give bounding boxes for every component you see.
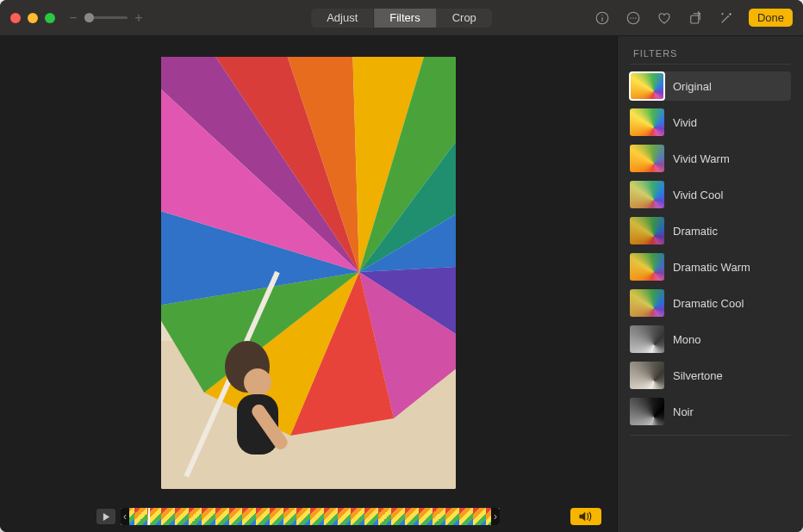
timeline-frame [324,508,338,525]
filter-thumbnail-vivid-cool [630,181,664,208]
audio-button[interactable] [570,508,601,525]
filter-item-vivid-cool[interactable]: Vivid Cool [630,180,791,209]
zoom-controls: − + [67,11,145,25]
segment-adjust[interactable]: Adjust [311,9,373,28]
filter-item-dramatic-warm[interactable]: Dramatic Warm [630,252,791,281]
filter-thumbnail-vivid [630,108,664,136]
filters-panel-title: FILTERS [633,48,791,59]
filter-label: Noir [673,405,694,418]
video-timeline: ‹› [0,508,617,532]
favorite-icon[interactable] [656,9,673,27]
svg-point-2 [601,15,602,15]
filter-label: Dramatic Cool [673,297,744,310]
timeline-frame [215,508,229,525]
canvas-area: ‹› [0,36,617,532]
filter-item-dramatic-cool[interactable]: Dramatic Cool [630,288,791,318]
panel-separator [630,64,791,65]
filter-thumbnail-dramatic-cool [630,289,664,317]
timeline-frame [189,508,202,525]
timeline-frame [202,508,215,525]
timeline-frame [459,508,473,525]
trim-handle-right[interactable]: › [491,508,500,525]
filters-panel: FILTERS OriginalVividVivid WarmVivid Coo… [617,36,803,532]
filter-item-original[interactable]: Original [630,71,791,101]
rotate-icon[interactable] [687,9,704,27]
filter-label: Silvertone [673,369,723,382]
info-icon[interactable] [594,9,611,27]
filter-item-vivid-warm[interactable]: Vivid Warm [630,144,791,173]
filter-item-vivid[interactable]: Vivid [630,108,791,137]
filter-item-mono[interactable]: Mono [630,325,791,354]
timeline-frame [378,508,392,525]
fullscreen-window-button[interactable] [45,13,55,23]
timeline-frame [391,508,405,525]
segment-filters[interactable]: Filters [373,9,435,28]
filter-label: Vivid Cool [673,189,723,201]
svg-point-6 [635,17,637,19]
canvas-stage [0,36,617,508]
play-button[interactable] [96,509,115,524]
window-controls [10,13,55,23]
close-window-button[interactable] [10,13,21,23]
timeline-frame [229,508,243,525]
zoom-in-button[interactable]: + [133,11,145,25]
filter-list: OriginalVividVivid WarmVivid CoolDramati… [630,71,791,426]
filter-label: Vivid Warm [673,152,730,165]
auto-enhance-icon[interactable] [718,9,735,27]
timeline-frame [338,508,352,525]
app-window: − + Adjust Filters Crop Do [0,0,803,532]
timeline-frame [283,508,297,525]
timeline-frame [405,508,419,525]
content-area: ‹› FILTERS OriginalVividVivid WarmVivid … [0,36,803,532]
timeline-scrubber[interactable]: ‹› [121,508,500,525]
filter-thumbnail-dramatic [630,217,664,244]
filter-item-dramatic[interactable]: Dramatic [630,216,791,245]
timeline-frame [445,508,459,525]
timeline-frame [310,508,324,525]
timeline-frame [256,508,270,525]
filter-thumbnail-silvertone [630,362,664,389]
filter-label: Dramatic Warm [673,261,750,274]
timeline-frame [473,508,487,525]
done-button[interactable]: Done [749,9,793,27]
timeline-frame [296,508,310,525]
svg-point-13 [244,368,271,396]
timeline-frame [134,508,148,525]
filter-thumbnail-mono [630,325,664,353]
svg-rect-7 [691,15,699,23]
timeline-frame [351,508,364,525]
toolbar-right: Done [594,9,793,27]
filter-thumbnail-noir [630,398,664,425]
timeline-frame [364,508,378,525]
zoom-out-button[interactable]: − [67,11,79,25]
trim-handle-left[interactable]: ‹ [121,508,129,525]
filter-label: Vivid [673,116,697,129]
timeline-frame [270,508,283,525]
filter-label: Dramatic [673,225,718,238]
timeline-frame [419,508,433,525]
main-photo-preview [161,57,456,489]
filter-thumbnail-vivid-warm [630,145,664,172]
zoom-slider[interactable] [84,16,128,19]
umbrella-illustration-icon [161,57,456,489]
timeline-frame [161,508,175,525]
filter-thumbnail-dramatic-warm [630,253,664,281]
svg-point-4 [630,17,632,19]
titlebar: − + Adjust Filters Crop Do [0,0,803,36]
timeline-frame [433,508,446,525]
filter-item-silvertone[interactable]: Silvertone [630,361,791,390]
segment-crop[interactable]: Crop [436,9,492,28]
timeline-frame [175,508,189,525]
filter-label: Original [673,80,712,93]
svg-point-5 [632,17,634,19]
edit-mode-segmented-control: Adjust Filters Crop [311,9,492,28]
panel-separator [630,435,791,436]
filter-item-noir[interactable]: Noir [630,397,791,426]
filter-thumbnail-original [630,72,664,100]
timeline-frame [242,508,256,525]
filter-label: Mono [673,333,701,346]
minimize-window-button[interactable] [28,13,38,23]
playhead[interactable] [148,508,150,525]
more-icon[interactable] [625,9,642,27]
